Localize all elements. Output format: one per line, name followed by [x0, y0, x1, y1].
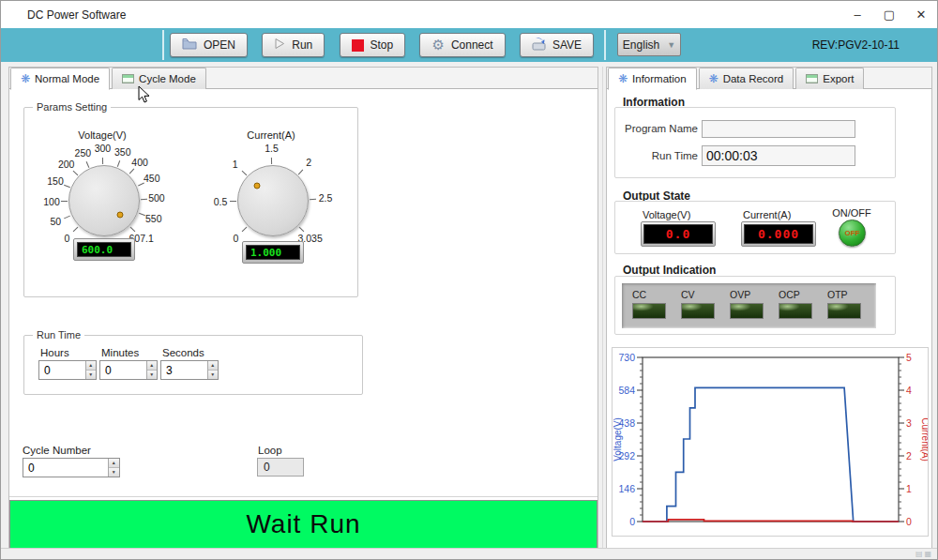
- program-name-label: Program Name: [617, 123, 698, 134]
- ocp-led-indicator: [779, 303, 812, 319]
- stop-button[interactable]: Stop: [340, 33, 406, 57]
- main-toolbar: OPEN Run Stop ⚙ Connect SAVE English ▼: [1, 28, 937, 62]
- stop-button-label: Stop: [371, 38, 394, 52]
- knob-scale-label: 150: [47, 175, 64, 187]
- minutes-label: Minutes: [101, 347, 139, 358]
- output-voltage-label: Voltage(V): [643, 209, 690, 220]
- led-group-ocp: OCP: [779, 289, 816, 319]
- minimize-button[interactable]: –: [841, 1, 873, 28]
- gear-icon: ⚙: [431, 38, 444, 52]
- knob-scale-label: 350: [114, 146, 131, 158]
- snowflake-icon: ❋: [21, 73, 30, 84]
- knob-tick-mark: [116, 160, 119, 167]
- loop-count-field: 0: [257, 458, 304, 477]
- open-button[interactable]: OPEN: [170, 33, 248, 57]
- cycle-up-button[interactable]: ▲: [109, 459, 119, 468]
- led-group-otp: OTP: [827, 289, 865, 319]
- seconds-up-button[interactable]: ▲: [208, 361, 218, 371]
- svg-text:0: 0: [629, 516, 635, 527]
- knob-tick-mark: [73, 227, 79, 233]
- knob-scale-label: 0.5: [214, 196, 228, 207]
- tab-information[interactable]: ❋ Information: [608, 68, 697, 90]
- tab-normal-mode[interactable]: ❋ Normal Mode: [10, 68, 110, 90]
- knob-scale-label: 2: [306, 157, 311, 168]
- otp-led-indicator: [827, 303, 861, 319]
- minutes-up-button[interactable]: ▲: [147, 361, 157, 371]
- svg-text:1: 1: [906, 483, 912, 494]
- table-icon: [122, 74, 134, 83]
- title-bar: DC Power Software – ▢ ✕: [1, 1, 937, 28]
- cycle-number-stepper: ▲▼: [23, 458, 120, 477]
- knob-scale-label: 2.5: [319, 192, 333, 204]
- knob-tick-mark: [310, 199, 316, 200]
- tab-data-record[interactable]: ❋ Data Record: [699, 68, 794, 89]
- svg-text:5: 5: [906, 352, 912, 363]
- run-time-label: Run Time: [617, 150, 698, 161]
- led-panel: CC CV OVP OCP OTP: [622, 283, 876, 328]
- knob-scale-label: 1: [233, 159, 238, 170]
- snowflake-icon: ❋: [709, 73, 719, 84]
- knob-scale-label: 50: [51, 216, 62, 227]
- output-state-box: Voltage(V) 0.0 Current(A) 0.000 ON/OFF O…: [614, 201, 896, 254]
- svg-text:3: 3: [906, 417, 912, 429]
- save-button[interactable]: SAVE: [520, 33, 594, 57]
- connect-button-label: Connect: [451, 38, 493, 52]
- minutes-input[interactable]: [100, 361, 146, 379]
- info-panel: ❋ Information ❋ Data Record Export Infor…: [606, 67, 932, 550]
- hours-stepper: ▲▼: [38, 360, 97, 380]
- run-button[interactable]: Run: [262, 33, 325, 57]
- program-name-input[interactable]: [702, 120, 855, 138]
- seconds-down-button[interactable]: ▼: [208, 371, 218, 379]
- params-setting-legend: Params Setting: [33, 101, 111, 113]
- tab-label: Cycle Mode: [139, 73, 196, 84]
- tab-cycle-mode[interactable]: Cycle Mode: [112, 68, 206, 89]
- knob-tick-mark: [64, 185, 70, 189]
- knob-scale-label: 500: [148, 192, 165, 204]
- toolbar-separator: [604, 30, 606, 60]
- maximize-button[interactable]: ▢: [873, 1, 905, 28]
- minutes-down-button[interactable]: ▼: [147, 371, 157, 379]
- svg-text:146: 146: [618, 483, 635, 494]
- cycle-down-button[interactable]: ▼: [109, 468, 119, 477]
- output-current-label: Current(A): [743, 209, 791, 220]
- knob-indicator-dot: [254, 183, 261, 189]
- cycle-number-label: Cycle Number: [23, 445, 91, 456]
- information-box: Program Name Run Time 00:00:03: [614, 107, 896, 178]
- connect-button[interactable]: ⚙ Connect: [419, 33, 505, 57]
- play-icon: [274, 38, 285, 53]
- hours-down-button[interactable]: ▼: [86, 371, 96, 379]
- hours-input[interactable]: [39, 361, 85, 379]
- output-voltage-frame: 0.0: [641, 221, 716, 247]
- knob-tick-mark: [141, 199, 147, 200]
- tab-label: Data Record: [723, 73, 784, 84]
- tab-export[interactable]: Export: [795, 68, 864, 89]
- led-group-cv: CV: [681, 289, 719, 319]
- tab-label: Normal Mode: [35, 73, 99, 84]
- led-label-cv: CV: [681, 289, 719, 300]
- resize-grip-icon: ▤▦: [915, 550, 933, 558]
- seconds-input[interactable]: [161, 361, 207, 379]
- voltage-setpoint-display-frame: 600.0: [73, 238, 135, 261]
- output-chart: 0146292438584730Voltage(V)012345Current(…: [612, 347, 929, 537]
- knob-face: [68, 165, 140, 236]
- led-label-otp: OTP: [827, 289, 865, 300]
- output-onoff-button[interactable]: OFF: [839, 219, 866, 247]
- svg-text:2: 2: [906, 450, 912, 462]
- knob-tick-mark: [129, 169, 134, 174]
- language-selected-label: English: [623, 38, 659, 52]
- window-title: DC Power Software: [1, 8, 841, 22]
- close-button[interactable]: ✕: [905, 1, 937, 28]
- knob-scale-label: 300: [95, 143, 112, 154]
- knob-scale-label: 450: [144, 173, 160, 184]
- hours-up-button[interactable]: ▲: [86, 361, 96, 371]
- output-voltage-display: 0.0: [643, 224, 713, 244]
- knob-scale-label: 550: [145, 213, 162, 224]
- toolbar-separator: [162, 30, 164, 60]
- knob-tick-mark: [64, 215, 70, 219]
- open-button-label: OPEN: [204, 38, 235, 52]
- language-dropdown[interactable]: English ▼: [617, 33, 681, 56]
- status-bar: ▤▦: [1, 548, 937, 559]
- cycle-number-input[interactable]: [23, 459, 108, 477]
- svg-text:730: 730: [618, 352, 635, 363]
- knob-face: [237, 165, 309, 236]
